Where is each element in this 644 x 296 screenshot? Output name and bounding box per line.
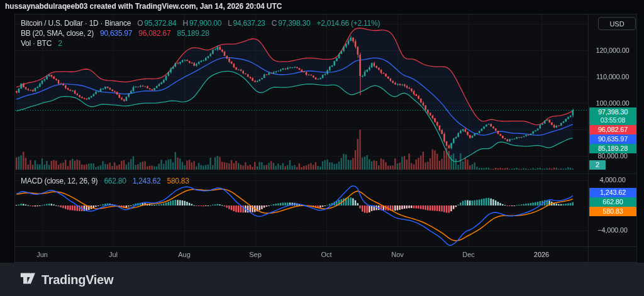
open-label: O — [137, 19, 143, 28]
macd-hist-badge: 662.80 — [589, 197, 636, 207]
symbol-title: Bitcoin / U.S. Dollar · 1D · Binance — [21, 19, 131, 28]
macd-signal-value: 580.83 — [167, 177, 189, 185]
bb-lower-value: 85,189.28 — [177, 29, 209, 38]
price-tick-120k: 120,000.00 — [589, 47, 636, 55]
price-tick-110k: 110,000.00 — [589, 73, 636, 81]
macd-legend-row[interactable]: MACD (close, 12, 26, 9) 662.80 1,243.62 … — [21, 177, 189, 185]
macd-line-badge: 1,243.62 — [589, 188, 636, 197]
time-scale[interactable] — [15, 247, 588, 262]
volume-value: 2 — [58, 39, 62, 48]
pane-divider — [15, 173, 637, 174]
open-value: 95,372.84 — [144, 19, 176, 28]
attribution-text: hussaynabdulraqeeb03 created with Tradin… — [5, 2, 282, 11]
volume-legend-row[interactable]: Vol · BTC 2 — [21, 39, 62, 48]
last-price-badge: 97,398.30 03:55:08 — [589, 107, 636, 125]
macd-hist-value: 662.80 — [104, 177, 126, 185]
low-value: 94,637.23 — [233, 19, 265, 28]
time-label-dec: Dec — [462, 250, 475, 259]
bb-basis-value: 90,635.97 — [100, 29, 132, 38]
bb-lower-badge: 85,189.28 — [589, 144, 636, 153]
macd-tick-pos: 4,000.00 — [589, 176, 636, 184]
bb-basis-badge: 90,635.97 — [589, 134, 636, 144]
tradingview-snapshot: hussaynabdulraqeeb03 created with Tradin… — [0, 0, 644, 296]
low-label: L — [228, 19, 231, 28]
macd-label: MACD (close, 12, 26, 9) — [21, 177, 97, 185]
bb-legend-row[interactable]: BB (20, SMA, close, 2) 90,635.97 96,082.… — [21, 29, 209, 38]
bb-upper-value: 96,082.67 — [138, 29, 170, 38]
tradingview-logo-icon — [19, 270, 36, 290]
time-label-2026: 2026 — [534, 250, 549, 259]
time-label-jun: Jun — [36, 250, 48, 259]
symbol-legend-row[interactable]: Bitcoin / U.S. Dollar · 1D · Binance O95… — [21, 19, 380, 28]
time-label-aug: Aug — [178, 250, 191, 259]
time-label-jul: Jul — [109, 250, 118, 259]
price-tick-100k: 100,000.00 — [589, 99, 636, 107]
last-price-value: 97,398.30 — [589, 108, 636, 116]
bb-label: BB (20, SMA, close, 2) — [21, 29, 94, 38]
currency-toggle-button[interactable]: USD — [598, 17, 636, 30]
high-value: 97,900.00 — [189, 19, 221, 28]
close-value: 97,398.30 — [278, 19, 310, 28]
bb-upper-badge: 96,082.67 — [589, 125, 636, 134]
tradingview-logo[interactable]: TradingView — [19, 270, 113, 289]
close-label: C — [272, 19, 277, 28]
bar-countdown: 03:55:08 — [589, 116, 636, 124]
volume-label: Vol · BTC — [21, 39, 52, 48]
high-label: H — [183, 19, 188, 28]
time-label-nov: Nov — [391, 250, 404, 259]
volume-badge: 2 — [589, 160, 606, 170]
macd-tick-neg: −4,000.00 — [589, 226, 636, 234]
time-label-sep: Sep — [249, 250, 262, 259]
tradingview-logo-text: TradingView — [42, 273, 113, 287]
macd-signal-badge: 580.83 — [589, 207, 636, 216]
change-value: +2,014.66 (+2.11%) — [316, 19, 380, 28]
macd-line-value: 1,243.62 — [133, 177, 161, 185]
time-label-oct: Oct — [321, 250, 331, 259]
